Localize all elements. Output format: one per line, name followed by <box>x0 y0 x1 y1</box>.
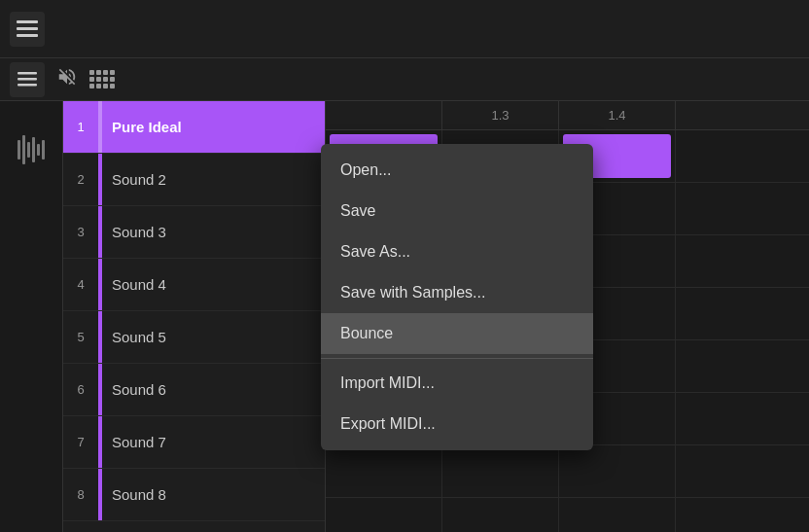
context-menu-item-save[interactable]: Save <box>321 191 593 231</box>
track-number-1: 1 <box>63 120 98 134</box>
svg-rect-2 <box>17 34 38 37</box>
pattern-row-8 <box>326 498 809 532</box>
track-number-2: 2 <box>63 172 98 187</box>
svg-rect-7 <box>22 135 25 164</box>
svg-rect-10 <box>37 144 40 156</box>
track-row-7[interactable]: 7Sound 7 <box>63 416 325 469</box>
svg-rect-9 <box>32 137 35 162</box>
pattern-cell-7-0[interactable] <box>326 445 442 497</box>
mute-icon[interactable] <box>56 66 78 92</box>
track-row-3[interactable]: 3Sound 3 <box>63 206 325 259</box>
track-name-2: Sound 2 <box>102 171 166 188</box>
context-menu: Open...SaveSave As...Save with Samples..… <box>321 144 593 450</box>
track-name-6: Sound 6 <box>102 381 166 398</box>
header-bar <box>0 0 809 58</box>
svg-rect-1 <box>17 27 38 30</box>
track-row-4[interactable]: 4Sound 4 <box>63 259 325 311</box>
context-menu-item-open[interactable]: Open... <box>321 150 593 191</box>
svg-rect-0 <box>17 20 38 23</box>
sidebar <box>0 101 63 532</box>
track-name-7: Sound 7 <box>102 434 166 450</box>
grid-view-icon[interactable] <box>89 70 115 89</box>
track-name-3: Sound 3 <box>102 224 166 240</box>
track-name-1: Pure Ideal <box>102 119 182 135</box>
svg-rect-8 <box>27 142 30 158</box>
track-row-6[interactable]: 6Sound 6 <box>63 364 325 416</box>
pattern-header-cell-13: 1.3 <box>442 101 559 129</box>
context-menu-separator <box>321 358 593 359</box>
svg-rect-4 <box>18 78 37 81</box>
pattern-cell-8-1[interactable] <box>442 498 559 532</box>
track-number-5: 5 <box>63 330 98 344</box>
track-number-3: 3 <box>63 225 98 239</box>
track-name-4: Sound 4 <box>102 276 166 293</box>
track-row-2[interactable]: 2Sound 2 <box>63 154 325 206</box>
hamburger-icon[interactable] <box>10 62 45 97</box>
track-number-4: 4 <box>63 277 98 292</box>
context-menu-item-save_as[interactable]: Save As... <box>321 231 593 272</box>
pattern-cell-8-2[interactable] <box>559 498 676 532</box>
track-number-7: 7 <box>63 435 98 449</box>
svg-rect-11 <box>42 140 45 160</box>
track-row-8[interactable]: 8Sound 8 <box>63 469 325 521</box>
svg-rect-5 <box>18 84 37 87</box>
pattern-cell-8-0[interactable] <box>326 498 442 532</box>
track-list: 1Pure Ideal2Sound 23Sound 34Sound 45Soun… <box>63 101 326 532</box>
toolbar <box>0 58 809 101</box>
track-name-5: Sound 5 <box>102 329 166 345</box>
pattern-cell-7-1[interactable] <box>442 445 559 497</box>
svg-rect-3 <box>18 72 37 75</box>
track-name-8: Sound 8 <box>102 486 166 503</box>
pattern-cell-7-2[interactable] <box>559 445 676 497</box>
menu-icon[interactable] <box>10 12 45 47</box>
pattern-row-7 <box>326 445 809 498</box>
context-menu-item-save_with_samples[interactable]: Save with Samples... <box>321 272 593 313</box>
pattern-header: 1.3 1.4 <box>326 101 809 130</box>
track-number-8: 8 <box>63 487 98 502</box>
svg-rect-6 <box>18 140 20 160</box>
track-row-5[interactable]: 5Sound 5 <box>63 311 325 364</box>
pattern-header-cell-1 <box>326 101 442 129</box>
waveform-icon <box>17 130 46 176</box>
context-menu-item-export_midi[interactable]: Export MIDI... <box>321 404 593 444</box>
context-menu-item-bounce[interactable]: Bounce <box>321 313 593 354</box>
track-row-1[interactable]: 1Pure Ideal <box>63 101 325 154</box>
track-number-6: 6 <box>63 382 98 397</box>
pattern-header-cell-14: 1.4 <box>559 101 676 129</box>
context-menu-item-import_midi[interactable]: Import MIDI... <box>321 363 593 404</box>
